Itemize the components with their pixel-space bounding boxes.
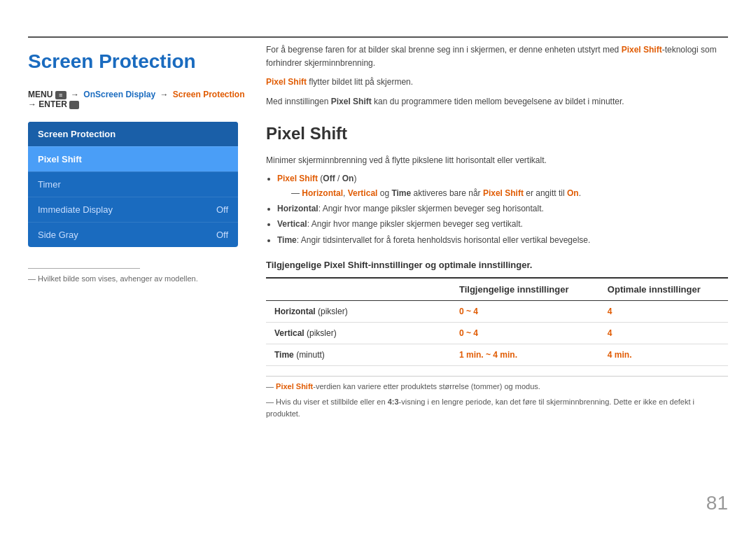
bullet-item-2: Horizontal: Angir hvor mange piksler skj… xyxy=(277,202,728,216)
menu-item-immediatedisplay-label: Immediate Display xyxy=(38,204,113,215)
table-cell-vertical-label: Vertical (piksler) xyxy=(266,323,451,344)
breadcrumb-onscreen: OnScreen Display xyxy=(83,90,155,99)
table-header-col1 xyxy=(266,278,451,301)
bullet-item-3: Vertical: Angir hvor mange piksler skjer… xyxy=(277,217,728,231)
sub-bullet-1: Horizontal, Vertical og Time aktiveres b… xyxy=(291,186,728,200)
breadcrumb-screenprotection: Screen Protection xyxy=(173,90,245,99)
pixel-shift-table: Tilgjengelige innstillinger Optimale inn… xyxy=(266,277,728,366)
intro-line-3: Med innstillingen Pixel Shift kan du pro… xyxy=(266,95,728,108)
menu-item-immediatedisplay[interactable]: Immediate Display Off xyxy=(28,197,238,222)
menu-item-sidegray-value: Off xyxy=(216,230,228,240)
left-panel: Screen Protection MENU ≡ → OnScreen Disp… xyxy=(28,43,252,283)
section-title: Pixel Shift xyxy=(266,124,728,143)
page-number: 81 xyxy=(706,492,728,514)
table-cell-time-label: Time (minutt) xyxy=(266,344,451,366)
table-footnote-divider xyxy=(266,376,728,377)
bullet-list: Pixel Shift (Off / On) Horizontal, Verti… xyxy=(277,171,728,247)
breadcrumb-arrow2: → xyxy=(160,90,170,99)
breadcrumb: MENU ≡ → OnScreen Display → Screen Prote… xyxy=(28,90,252,109)
menu-item-pixelshift[interactable]: Pixel Shift xyxy=(28,146,238,171)
bullet-item-4: Time: Angir tidsintervallet for å foreta… xyxy=(277,233,728,247)
menu-item-timer[interactable]: Timer xyxy=(28,171,238,197)
menu-item-timer-label: Timer xyxy=(38,179,61,190)
screen-protection-menu: Screen Protection Pixel Shift Timer Imme… xyxy=(28,122,238,247)
footnote-divider xyxy=(28,268,140,269)
table-row-vertical: Vertical (piksler) 0 ~ 4 4 xyxy=(266,323,728,344)
table-cell-horizontal-optimal: 4 xyxy=(599,301,728,323)
breadcrumb-enter: → ENTER xyxy=(28,99,79,109)
table-cell-vertical-optimal: 4 xyxy=(599,323,728,344)
description: Minimer skjerminnbrenning ved å flytte p… xyxy=(266,153,728,167)
menu-item-immediatedisplay-value: Off xyxy=(216,204,228,215)
table-footnote-2: ― Hvis du viser et stillbilde eller en 4… xyxy=(266,396,728,421)
intro-line-2: Pixel Shift flytter bildet litt på skjer… xyxy=(266,76,728,89)
menu-header: Screen Protection xyxy=(28,122,238,146)
table-cell-time-optimal: 4 min. xyxy=(599,344,728,366)
menu-item-sidegray-label: Side Gray xyxy=(38,230,78,240)
table-cell-horizontal-label: Horizontal (piksler) xyxy=(266,301,451,323)
table-cell-time-available: 1 min. ~ 4 min. xyxy=(451,344,599,366)
left-footnote: ― Hvilket bilde som vises, avhenger av m… xyxy=(28,274,252,283)
table-footnote-1: ― Pixel Shift-verdien kan variere etter … xyxy=(266,381,728,393)
table-header-col2: Tilgjengelige innstillinger xyxy=(451,278,599,301)
right-panel: For å begrense faren for at bilder skal … xyxy=(266,43,728,423)
table-cell-vertical-available: 0 ~ 4 xyxy=(451,323,599,344)
table-row-horizontal: Horizontal (piksler) 0 ~ 4 4 xyxy=(266,301,728,323)
breadcrumb-arrow1: → xyxy=(71,90,81,99)
table-section-title: Tilgjengelige Pixel Shift-innstillinger … xyxy=(266,260,728,270)
bullet-item-1: Pixel Shift (Off / On) Horizontal, Verti… xyxy=(277,171,728,200)
menu-item-sidegray[interactable]: Side Gray Off xyxy=(28,222,238,247)
table-header-col3: Optimale innstillinger xyxy=(599,278,728,301)
table-row-time: Time (minutt) 1 min. ~ 4 min. 4 min. xyxy=(266,344,728,366)
breadcrumb-menu: MENU ≡ xyxy=(28,90,66,99)
intro-line-1: For å begrense faren for at bilder skal … xyxy=(266,43,728,70)
page-title: Screen Protection xyxy=(28,50,252,73)
table-cell-horizontal-available: 0 ~ 4 xyxy=(451,301,599,323)
menu-item-pixelshift-label: Pixel Shift xyxy=(38,154,82,164)
top-divider xyxy=(28,36,728,38)
